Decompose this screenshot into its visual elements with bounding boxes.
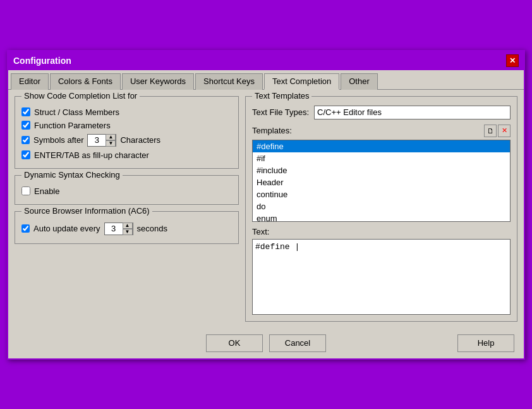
file-type-row: Text File Types: C/C++ Editor files Asse…	[252, 106, 511, 119]
template-item-header[interactable]: Header	[253, 176, 510, 188]
tab-other[interactable]: Other	[341, 73, 378, 90]
template-item-if[interactable]: #if	[253, 152, 510, 164]
auto-update-spin-down[interactable]: ▼	[123, 229, 133, 235]
delete-template-button[interactable]: ✕	[498, 125, 511, 137]
tab-user-keywords[interactable]: User Keywords	[122, 73, 194, 90]
template-item-define[interactable]: #define	[253, 140, 510, 152]
template-item-include[interactable]: #include	[253, 164, 510, 176]
symbols-label: Symbols after	[33, 135, 83, 145]
left-panel: Show Code Completion List for Struct / C…	[15, 96, 239, 322]
title-bar: Configuration ✕	[8, 51, 524, 70]
close-button[interactable]: ✕	[506, 54, 519, 67]
dynamic-syntax-group: Dynamic Syntax Checking Enable	[15, 175, 239, 205]
function-params-label: Function Parameters	[34, 121, 111, 130]
file-type-dropdown-wrapper: C/C++ Editor files Assembly files Text f…	[314, 106, 511, 119]
struct-class-label: Struct / Class Members	[34, 107, 119, 117]
symbols-checkbox[interactable]	[21, 136, 30, 144]
text-label: Text:	[252, 227, 511, 236]
auto-update-row: Auto update every ▲ ▼ seconds	[21, 221, 232, 237]
auto-update-spin-up[interactable]: ▲	[123, 223, 133, 229]
templates-header: Templates: 🗋 ✕	[252, 125, 511, 137]
auto-update-input[interactable]	[105, 223, 123, 235]
text-section: Text: #define |	[252, 227, 511, 315]
templates-list[interactable]: #define #if #include Header continue do …	[252, 140, 511, 222]
template-item-enum[interactable]: enum	[253, 212, 510, 222]
cancel-button[interactable]: Cancel	[269, 334, 326, 352]
auto-update-spin-buttons: ▲ ▼	[123, 223, 133, 235]
file-types-label: Text File Types:	[252, 107, 309, 117]
auto-update-label: Auto update every	[33, 224, 100, 233]
enter-tab-checkbox[interactable]	[21, 150, 30, 159]
tab-colors-fonts[interactable]: Colors & Fonts	[50, 73, 121, 90]
templates-section: Templates: 🗋 ✕ #define #if #include Head…	[252, 125, 511, 222]
text-templates-group-label: Text Templates	[252, 91, 311, 101]
ok-button[interactable]: OK	[206, 334, 263, 352]
enable-label: Enable	[34, 186, 59, 196]
symbols-input[interactable]	[88, 135, 106, 146]
text-editor[interactable]: #define |	[252, 239, 511, 315]
template-item-do[interactable]: do	[253, 200, 510, 212]
file-type-select[interactable]: C/C++ Editor files Assembly files Text f…	[314, 106, 511, 119]
footer: OK Cancel Help	[8, 328, 524, 358]
auto-update-checkbox[interactable]	[21, 224, 30, 233]
symbols-spin-down[interactable]: ▼	[106, 140, 116, 147]
symbols-row: Symbols after ▲ ▼ Characters	[21, 132, 232, 149]
show-code-group: Show Code Completion List for Struct / C…	[15, 96, 239, 169]
enter-tab-label: ENTER/TAB as fill-up character	[34, 150, 149, 160]
seconds-label: seconds	[137, 224, 167, 233]
enable-checkbox[interactable]	[21, 186, 30, 195]
tab-shortcut-keys[interactable]: Shortcut Keys	[195, 73, 263, 90]
text-templates-group: Text Templates Text File Types: C/C++ Ed…	[245, 96, 517, 322]
characters-label: Characters	[120, 135, 160, 145]
template-item-continue[interactable]: continue	[253, 188, 510, 200]
templates-label: Templates:	[252, 126, 292, 135]
tab-editor[interactable]: Editor	[11, 73, 49, 90]
symbols-spin-buttons: ▲ ▼	[106, 134, 116, 147]
main-content: Show Code Completion List for Struct / C…	[8, 90, 524, 328]
window-title: Configuration	[13, 56, 71, 66]
dynamic-syntax-label: Dynamic Syntax Checking	[21, 170, 123, 180]
function-params-row: Function Parameters	[21, 119, 232, 132]
configuration-dialog: Configuration ✕ Editor Colors & Fonts Us…	[7, 50, 525, 360]
templates-buttons: 🗋 ✕	[484, 125, 511, 137]
source-browser-label: Source Browser Information (AC6)	[21, 206, 152, 216]
enable-row: Enable	[21, 185, 232, 198]
function-params-checkbox[interactable]	[21, 121, 30, 130]
tab-bar: Editor Colors & Fonts User Keywords Shor…	[8, 70, 524, 90]
tab-text-completion[interactable]: Text Completion	[264, 73, 339, 90]
auto-update-spinner: ▲ ▼	[104, 223, 133, 235]
right-panel: Text Templates Text File Types: C/C++ Ed…	[245, 96, 517, 322]
struct-class-checkbox[interactable]	[21, 107, 30, 116]
symbols-spinner: ▲ ▼	[87, 134, 116, 147]
add-template-button[interactable]: 🗋	[484, 125, 497, 137]
source-browser-group: Source Browser Information (AC6) Auto up…	[15, 211, 239, 244]
enter-tab-row: ENTER/TAB as fill-up character	[21, 149, 232, 162]
help-button[interactable]: Help	[457, 334, 514, 352]
symbols-spin-up[interactable]: ▲	[106, 134, 116, 140]
show-code-group-label: Show Code Completion List for	[21, 91, 140, 101]
struct-class-row: Struct / Class Members	[21, 106, 232, 119]
